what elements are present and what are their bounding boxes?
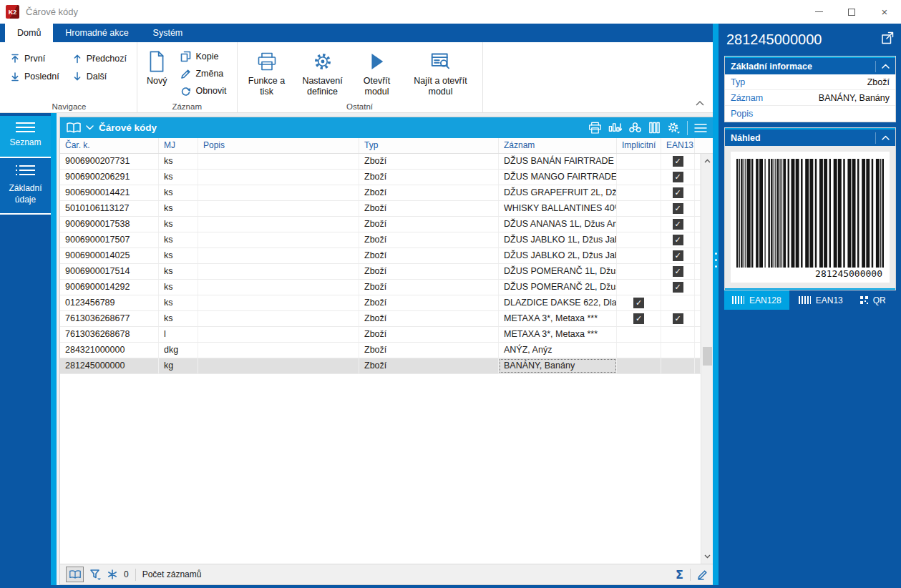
tab-ean128[interactable]: EAN128: [724, 290, 789, 310]
cell-implicit-checkbox[interactable]: [617, 358, 661, 373]
cell-ean13-checkbox[interactable]: [661, 185, 695, 200]
cell-implicit-checkbox[interactable]: [617, 232, 661, 248]
cell-ean13-checkbox[interactable]: [661, 217, 695, 232]
record-count-label: Počet záznamů: [142, 569, 202, 579]
column-header-zaznam[interactable]: Záznam: [499, 138, 617, 153]
cell-filler: [695, 327, 701, 342]
table-row[interactable]: 9006900017507 ks Zboží DŽUS JABLKO 1L, D…: [60, 232, 701, 248]
cell-implicit-checkbox[interactable]: [617, 217, 661, 232]
panel-splitter[interactable]: [713, 24, 719, 585]
table-row[interactable]: 281245000000 kg Zboží BANÁNY, Banány: [60, 358, 701, 374]
cell-implicit-checkbox[interactable]: [617, 154, 661, 169]
column-header-ean13[interactable]: EAN13: [661, 138, 695, 153]
asterisk-icon[interactable]: [107, 569, 117, 579]
column-header-mj[interactable]: MJ: [159, 138, 198, 153]
menu-icon[interactable]: [694, 123, 707, 133]
column-header-popis[interactable]: Popis: [198, 138, 359, 153]
cell-ean13-checkbox[interactable]: [661, 358, 695, 373]
menu-icon: [16, 122, 35, 132]
tab-system[interactable]: Systém: [141, 24, 195, 42]
table-row[interactable]: 9006900017538 ks Zboží DŽUS ANANAS 1L, D…: [60, 217, 701, 232]
previous-button[interactable]: Předchozí: [71, 49, 128, 67]
sum-icon[interactable]: Σ: [676, 568, 683, 582]
chevron-down-icon[interactable]: [86, 125, 94, 130]
tab-ean13[interactable]: EAN13: [791, 290, 851, 310]
cell-implicit-checkbox[interactable]: [617, 280, 661, 295]
refresh-button[interactable]: Obnovit: [179, 82, 228, 99]
cell-ean13-checkbox[interactable]: [661, 280, 695, 295]
column-header-implicitni[interactable]: Implicitní: [617, 138, 661, 153]
ribbon-collapse-button[interactable]: [696, 98, 704, 108]
vertical-scrollbar[interactable]: [701, 154, 714, 564]
cell-ean13-checkbox[interactable]: [661, 201, 695, 216]
tab-domu[interactable]: Domů: [5, 24, 53, 42]
copy-button[interactable]: Kopie: [179, 48, 228, 65]
table-row[interactable]: 9006900014292 ks Zboží DŽUS POMERANČ 2L,…: [60, 280, 701, 295]
last-button[interactable]: Poslední: [9, 67, 61, 85]
cell-ean13-checkbox[interactable]: [661, 295, 695, 310]
new-button[interactable]: Nový: [145, 46, 169, 99]
cell-ean13-checkbox[interactable]: [661, 170, 695, 185]
cell-ean13-checkbox[interactable]: [661, 232, 695, 248]
definition-settings-button[interactable]: Nastavení definice: [299, 46, 346, 99]
cell-ean13-checkbox[interactable]: [661, 343, 695, 358]
status-bar: 0 Počet záznamů Σ: [60, 564, 714, 584]
basic-info-header[interactable]: Základní informace: [725, 57, 895, 74]
table-row[interactable]: 9006900207731 ks Zboží DŽUS BANÁN FAIRTR…: [60, 154, 701, 170]
find-open-module-button[interactable]: Najít a otevřít modul: [408, 46, 474, 99]
column-header-typ[interactable]: Typ: [359, 138, 499, 153]
cell-implicit-checkbox[interactable]: [617, 264, 661, 279]
next-button[interactable]: Další: [71, 67, 128, 85]
table-row[interactable]: 0123456789 ks Zboží DLAZDICE DAKSE 622, …: [60, 295, 701, 311]
table-row[interactable]: 9006900017514 ks Zboží DŽUS POMERANČ 1L,…: [60, 264, 701, 280]
functions-icon[interactable]: [628, 122, 642, 134]
settings-icon[interactable]: [667, 122, 681, 134]
maximize-button[interactable]: [835, 0, 868, 24]
collapse-section-button[interactable]: [875, 61, 890, 72]
tab-hromadne-akce[interactable]: Hromadné akce: [53, 24, 140, 42]
table-row[interactable]: 9006900014025 ks Zboží DŽUS JABLKO 2L, D…: [60, 248, 701, 264]
collapse-section-button[interactable]: [875, 132, 890, 144]
chart-icon[interactable]: [608, 122, 622, 134]
cell-implicit-checkbox[interactable]: [617, 248, 661, 263]
table-row[interactable]: 284321000000 dkg Zboží ANÝZ, Anýz: [60, 343, 701, 358]
cell-implicit-checkbox[interactable]: [617, 170, 661, 185]
print-functions-button[interactable]: Funkce a tisk: [245, 46, 289, 99]
cell-description: [198, 201, 359, 216]
change-button[interactable]: Změna: [179, 65, 228, 82]
table-row[interactable]: 9006900206291 ks Zboží DŽUS MANGO FAIRTR…: [60, 170, 701, 185]
scroll-up-button[interactable]: [701, 155, 714, 167]
cell-ean13-checkbox[interactable]: [661, 264, 695, 279]
tab-qr[interactable]: QR: [852, 290, 894, 310]
open-external-button[interactable]: [881, 31, 894, 48]
scroll-down-button[interactable]: [701, 551, 714, 562]
table-row[interactable]: 5010106113127 ks Zboží WHISKY BALLANTINE…: [60, 201, 701, 217]
sidebar-item-seznam[interactable]: Seznam: [0, 116, 51, 157]
scrollbar-thumb[interactable]: [703, 347, 712, 366]
table-row[interactable]: 9006900014421 ks Zboží DŽUS GRAPEFRUIT 2…: [60, 185, 701, 201]
cell-implicit-checkbox[interactable]: [617, 327, 661, 342]
close-button[interactable]: ×: [868, 0, 901, 24]
cell-ean13-checkbox[interactable]: [661, 311, 695, 326]
cell-implicit-checkbox[interactable]: [617, 295, 661, 310]
cell-ean13-checkbox[interactable]: [661, 248, 695, 263]
filter-icon[interactable]: [90, 569, 101, 580]
printer-icon[interactable]: [588, 122, 602, 134]
preview-header[interactable]: Náhled: [725, 128, 895, 146]
columns-icon[interactable]: [648, 122, 661, 134]
column-header-carovy-kod[interactable]: Čar. k.: [60, 138, 159, 153]
book-view-button[interactable]: [66, 567, 84, 582]
cell-implicit-checkbox[interactable]: [617, 311, 661, 326]
cell-implicit-checkbox[interactable]: [617, 343, 661, 358]
cell-implicit-checkbox[interactable]: [617, 185, 661, 200]
cell-ean13-checkbox[interactable]: [661, 327, 695, 342]
open-module-button[interactable]: Otevřít modul: [356, 46, 398, 99]
pencil-icon[interactable]: [697, 569, 708, 580]
first-button[interactable]: První: [9, 49, 61, 67]
cell-implicit-checkbox[interactable]: [617, 201, 661, 216]
sidebar-item-zakladni-udaje[interactable]: Základní údaje: [0, 157, 51, 215]
minimize-button[interactable]: [802, 0, 835, 24]
table-row[interactable]: 7613036268678 l Zboží METAXA 3*, Metaxa …: [60, 327, 701, 343]
table-row[interactable]: 7613036268677 ks Zboží METAXA 3*, Metaxa…: [60, 311, 701, 327]
cell-ean13-checkbox[interactable]: [661, 154, 695, 169]
